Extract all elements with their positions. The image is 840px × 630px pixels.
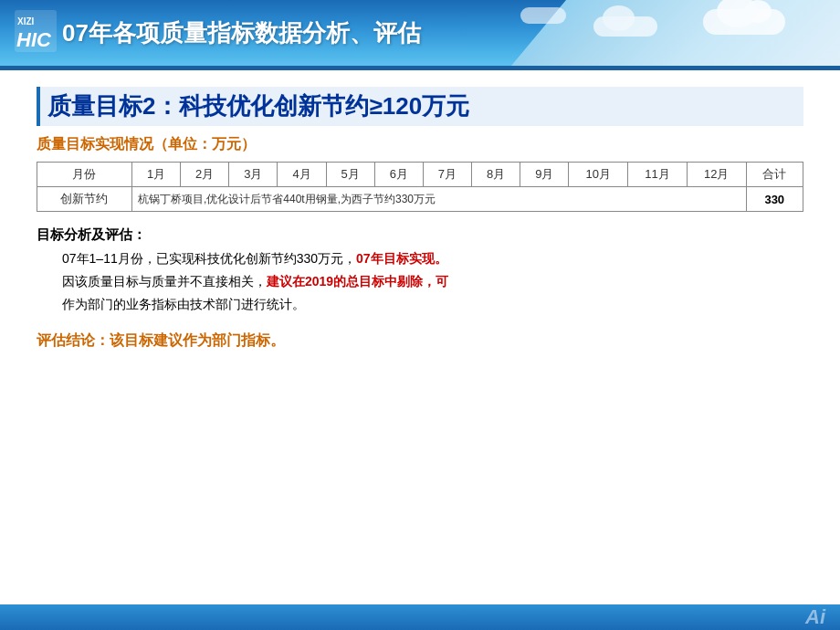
analysis-line3: 作为部门的业务指标由技术部门进行统计。: [62, 293, 803, 316]
col-header-month: 月份: [37, 163, 132, 187]
header-title: 07年各项质量指标数据分析、评估: [62, 17, 421, 49]
row-label: 创新节约: [37, 187, 132, 212]
analysis-body: 07年1–11月份，已实现科技优化创新节约330万元，07年目标实现。 因该质量…: [37, 247, 803, 317]
conclusion-text: 该目标建议作为部门指标。: [110, 332, 285, 348]
conclusion-label: 评估结论：: [37, 332, 110, 348]
svg-text:XIZI: XIZI: [17, 16, 35, 26]
col-header-12: 12月: [687, 163, 746, 187]
table-row: 创新节约 杭锅丁桥项目,优化设计后节省440t用钢量,为西子节约330万元 33…: [37, 187, 803, 212]
col-header-2: 2月: [181, 163, 229, 187]
header: XIZI HIC 07年各项质量指标数据分析、评估: [0, 0, 840, 66]
analysis-highlight2: 建议在2019的总目标中剔除，可: [267, 274, 448, 289]
subtitle: 质量目标实现情况（单位：万元）: [37, 135, 803, 154]
col-header-11: 11月: [628, 163, 688, 187]
svg-text:HIC: HIC: [16, 28, 52, 51]
col-header-7: 7月: [423, 163, 471, 187]
col-header-10: 10月: [569, 163, 628, 187]
col-header-6: 6月: [374, 163, 423, 187]
analysis-title: 目标分析及评估：: [37, 226, 803, 244]
conclusion: 评估结论：该目标建议作为部门指标。: [37, 331, 803, 351]
logo-xizi: XIZI HIC: [15, 10, 62, 56]
col-header-total: 合计: [746, 163, 803, 187]
ai-badge: Ai: [805, 605, 825, 629]
table-header-row: 月份 1月 2月 3月 4月 5月 6月 7月 8月 9月 10月 11月 12…: [37, 163, 803, 187]
logo-area: XIZI HIC 07年各项质量指标数据分析、评估: [15, 10, 421, 56]
analysis-line1: 07年1–11月份，已实现科技优化创新节约330万元，07年目标实现。: [62, 247, 803, 270]
col-header-8: 8月: [472, 163, 520, 187]
analysis-section: 目标分析及评估： 07年1–11月份，已实现科技优化创新节约330万元，07年目…: [37, 226, 803, 317]
row-content: 杭锅丁桥项目,优化设计后节省440t用钢量,为西子节约330万元: [131, 187, 746, 212]
analysis-line2: 因该质量目标与质量并不直接相关，建议在2019的总目标中剔除，可: [62, 270, 803, 293]
col-header-3: 3月: [229, 163, 278, 187]
col-header-9: 9月: [520, 163, 569, 187]
main-content: 质量目标2：科技优化创新节约≥120万元 质量目标实现情况（单位：万元） 月份 …: [0, 70, 840, 365]
col-header-5: 5月: [326, 163, 374, 187]
analysis-highlight1: 07年目标实现。: [356, 251, 447, 266]
quality-title: 质量目标2：科技优化创新节约≥120万元: [37, 87, 803, 126]
col-header-4: 4月: [278, 163, 326, 187]
bottom-bar: Ai: [0, 604, 840, 630]
row-total: 330: [746, 187, 803, 212]
col-header-1: 1月: [131, 163, 180, 187]
data-table: 月份 1月 2月 3月 4月 5月 6月 7月 8月 9月 10月 11月 12…: [37, 162, 803, 212]
